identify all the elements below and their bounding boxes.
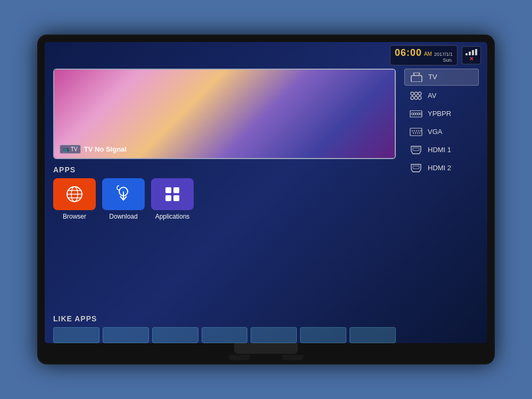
top-bar: 06:00 AM 2017/1/1 Sun. ✕ (45, 42, 487, 69)
svg-point-23 (413, 113, 415, 115)
input-tv[interactable]: TV (404, 69, 479, 86)
preview-tv-icon: 📺 (63, 146, 69, 152)
svg-point-18 (411, 96, 414, 99)
vga-icon (410, 127, 422, 137)
tv-stand (234, 343, 298, 354)
input-av-icon (409, 90, 423, 101)
input-hdmi2-label: HDMI 2 (428, 164, 451, 172)
clock-box: 06:00 AM 2017/1/1 Sun. (390, 45, 458, 65)
svg-point-30 (416, 130, 417, 131)
app-browser[interactable]: Browser (53, 178, 96, 220)
main-area: 📺 TV TV No Signal APPS (45, 69, 487, 343)
like-app-1[interactable] (53, 327, 99, 343)
input-hdmi1-icon (409, 145, 423, 155)
hdmi2-icon (410, 163, 422, 173)
browser-icon (65, 185, 84, 204)
download-label: Download (109, 213, 137, 220)
apps-section: APPS (53, 165, 396, 305)
apps-row: Browser (53, 178, 396, 220)
input-av-label: AV (428, 92, 436, 99)
input-ypbpr-label: YPBPR (428, 110, 451, 118)
svg-rect-27 (410, 128, 422, 136)
applications-icon (163, 185, 182, 204)
svg-point-29 (414, 130, 415, 131)
signal-bar-4 (475, 49, 477, 55)
signal-bars (466, 49, 477, 55)
tv-screen: 06:00 AM 2017/1/1 Sun. ✕ (45, 42, 487, 343)
svg-rect-37 (413, 148, 419, 151)
browser-label: Browser (63, 213, 86, 220)
input-ypbpr[interactable]: YPBPR (404, 106, 479, 122)
tv-preview[interactable]: 📺 TV TV No Signal (53, 69, 396, 159)
input-hdmi1-label: HDMI 1 (428, 146, 451, 154)
preview-label: 📺 TV TV No Signal (60, 145, 127, 154)
like-apps-row (53, 327, 396, 343)
download-icon-box (102, 178, 145, 210)
left-section: 📺 TV TV No Signal APPS (53, 69, 396, 343)
app-download[interactable]: Download (102, 178, 145, 220)
app-applications[interactable]: Applications (151, 178, 194, 220)
input-hdmi2-icon (409, 163, 423, 173)
input-tv-icon (409, 72, 424, 82)
clock-date: 2017/1/1 Sun. (434, 52, 453, 63)
signal-bar-3 (472, 50, 474, 55)
input-vga[interactable]: VGA (404, 124, 479, 140)
tv-body: 06:00 AM 2017/1/1 Sun. ✕ (37, 35, 495, 364)
svg-point-32 (420, 130, 421, 131)
preview-tv-badge: 📺 TV (60, 145, 81, 154)
svg-point-33 (413, 132, 414, 133)
svg-rect-8 (173, 187, 179, 193)
svg-point-15 (411, 92, 414, 95)
input-vga-label: VGA (428, 128, 442, 136)
like-apps-title: LIKE APPS (53, 314, 396, 323)
svg-point-20 (418, 96, 421, 99)
svg-point-24 (415, 113, 418, 115)
signal-bar-1 (466, 53, 468, 55)
no-signal-icon: ✕ (469, 56, 473, 62)
svg-point-19 (414, 96, 418, 99)
svg-rect-9 (165, 195, 171, 201)
svg-point-28 (412, 130, 413, 131)
tv-foot-left (229, 355, 250, 360)
signal-bar-2 (469, 52, 471, 55)
clock-ampm: AM (424, 51, 432, 57)
av-icon (410, 91, 422, 101)
applications-label: Applications (155, 213, 190, 220)
tv-antenna-icon (410, 72, 423, 82)
svg-rect-10 (173, 195, 179, 201)
like-app-4[interactable] (202, 327, 248, 343)
svg-rect-38 (413, 166, 419, 169)
svg-point-31 (418, 130, 419, 131)
like-apps-section: LIKE APPS (53, 314, 396, 343)
svg-point-35 (417, 132, 418, 133)
like-app-6[interactable] (300, 327, 346, 343)
clock-time: 06:00 (395, 47, 422, 59)
input-hdmi1[interactable]: HDMI 1 (404, 142, 479, 158)
input-hdmi2[interactable]: HDMI 2 (404, 160, 479, 176)
svg-rect-11 (411, 76, 422, 82)
svg-point-36 (419, 132, 420, 133)
input-tv-label: TV (428, 73, 437, 81)
like-app-5[interactable] (251, 327, 297, 343)
svg-rect-21 (410, 111, 422, 117)
signal-box: ✕ (462, 46, 481, 64)
input-ypbpr-icon (409, 109, 423, 119)
like-app-3[interactable] (152, 327, 198, 343)
hdmi1-icon (410, 145, 422, 155)
browser-icon-box (53, 178, 96, 210)
preview-status-text: TV No Signal (84, 145, 127, 153)
download-icon (114, 185, 133, 204)
tv-feet (229, 355, 303, 360)
svg-point-22 (411, 113, 413, 115)
applications-icon-box (151, 178, 194, 210)
input-sources: TV (404, 69, 479, 343)
input-vga-icon (409, 127, 423, 137)
ypbpr-icon (410, 109, 422, 119)
like-app-7[interactable] (350, 327, 396, 343)
input-av[interactable]: AV (404, 88, 479, 104)
clock-date-line1: 2017/1/1 (434, 52, 453, 57)
svg-point-17 (418, 92, 421, 95)
svg-rect-7 (165, 187, 171, 193)
like-app-2[interactable] (103, 327, 149, 343)
tv-foot-right (282, 355, 303, 360)
